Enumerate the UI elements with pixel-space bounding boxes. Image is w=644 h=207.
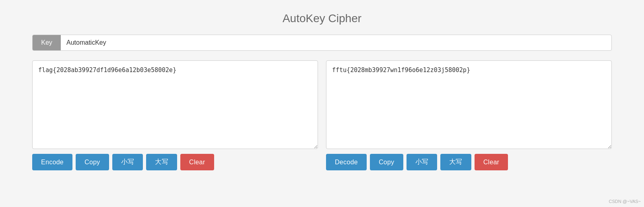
decode-button[interactable]: Decode [326,154,367,170]
key-label: Key [33,35,61,50]
right-upper-button[interactable]: 大写 [440,154,471,170]
encode-textarea[interactable] [32,60,318,149]
key-row: Key [32,35,612,51]
left-copy-button[interactable]: Copy [76,154,109,170]
page-title: AutoKey Cipher [283,12,361,25]
right-panel: Decode Copy 小写 大写 Clear [326,60,612,170]
key-input[interactable] [61,35,611,50]
left-panel: Encode Copy 小写 大写 Clear [32,60,318,170]
right-panel-buttons: Decode Copy 小写 大写 Clear [326,154,612,170]
left-lower-button[interactable]: 小写 [112,154,143,170]
right-copy-button[interactable]: Copy [370,154,403,170]
watermark: CSDN @~VAS~ [609,199,641,204]
left-upper-button[interactable]: 大写 [146,154,177,170]
left-panel-buttons: Encode Copy 小写 大写 Clear [32,154,318,170]
left-clear-button[interactable]: Clear [180,154,214,170]
right-clear-button[interactable]: Clear [475,154,508,170]
decode-textarea[interactable] [326,60,612,149]
panels-row: Encode Copy 小写 大写 Clear Decode Copy 小写 大… [32,60,612,170]
encode-button[interactable]: Encode [32,154,72,170]
right-lower-button[interactable]: 小写 [407,154,438,170]
